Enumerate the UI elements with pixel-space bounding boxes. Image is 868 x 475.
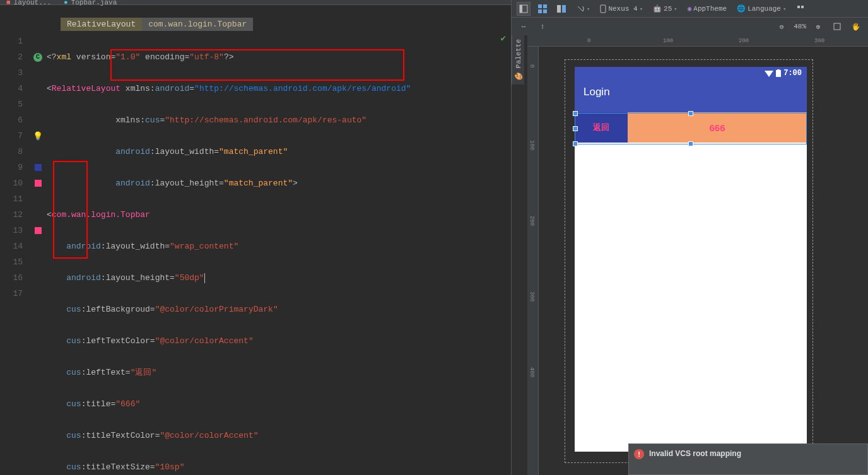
pan-icon[interactable]: 🖐 (849, 20, 863, 33)
line-gutter: 123 456 789 101112 131415 1617 (0, 33, 29, 475)
color-swatch-accent-2 (35, 227, 42, 234)
android-icon: 🤖 (653, 4, 662, 13)
design-view-button[interactable] (517, 2, 531, 16)
preview-topbar[interactable]: 返回 666 (575, 112, 807, 143)
device-dropdown[interactable]: Nexus 4 (597, 3, 645, 15)
gutter-icons: C 💡 (29, 33, 47, 475)
svg-rect-6 (557, 5, 561, 13)
preview-appbar: 7:00 Login (575, 67, 807, 112)
design-area[interactable]: 🎨 Palette 0 100 200 300 0 100 200 300 40… (512, 35, 868, 475)
breadcrumb-root[interactable]: RelativeLayout (61, 18, 142, 31)
wifi-icon (765, 69, 773, 77)
tab-layout[interactable]: ■layout... (0, 0, 57, 8)
svg-rect-4 (538, 9, 542, 13)
status-time: 7:00 (783, 69, 802, 78)
breadcrumb-child[interactable]: com.wan.login.Topbar (142, 18, 253, 31)
text-cursor (204, 273, 205, 283)
design-toolbar: Nexus 4 🤖25 ◉AppTheme 🌐Language (512, 0, 868, 18)
theme-dropdown[interactable]: ◉AppTheme (685, 3, 729, 14)
zoom-in-button[interactable]: ⊕ (811, 20, 825, 33)
preview-topbar-title: 666 (628, 112, 807, 143)
zoom-out-button[interactable]: ⊖ (775, 20, 789, 33)
svg-rect-2 (538, 4, 542, 8)
svg-rect-9 (797, 6, 800, 8)
code-area[interactable]: <?xml version="1.0" encoding="utf-8"?> <… (47, 33, 511, 475)
color-swatch-primary-dark (35, 164, 42, 171)
move-icon[interactable]: ↔ (517, 20, 531, 33)
zoom-label: 48% (794, 23, 806, 30)
preview-app-title: Login (575, 79, 807, 105)
orientation-dropdown[interactable] (573, 3, 592, 15)
svg-rect-12 (776, 70, 781, 77)
xml-editor[interactable]: 123 456 789 101112 131415 1617 C 💡 <?xml… (0, 33, 511, 475)
more-icon[interactable] (794, 2, 807, 16)
svg-rect-11 (834, 23, 840, 30)
api-dropdown[interactable]: 🤖25 (650, 3, 680, 14)
breadcrumb: RelativeLayout com.wan.login.Topbar (61, 18, 511, 31)
fit-button[interactable] (830, 20, 844, 33)
language-dropdown[interactable]: 🌐Language (734, 3, 789, 14)
svg-rect-5 (543, 9, 547, 13)
notification-popup[interactable]: ! Invalid VCS root mapping (628, 443, 868, 475)
design-toolbar-mid: ↔ ↕ ⊖ 48% ⊕ 🖐 (512, 18, 868, 35)
svg-rect-1 (520, 5, 522, 13)
lightbulb-icon[interactable]: 💡 (33, 131, 43, 141)
svg-rect-10 (801, 6, 804, 8)
preview-topbar-left: 返回 (575, 112, 628, 143)
battery-icon (776, 69, 781, 77)
ruler-horizontal: 0 100 200 300 (527, 35, 868, 47)
both-view-button[interactable] (554, 2, 568, 16)
palette-tab[interactable]: 🎨 Palette (512, 35, 524, 85)
notification-title: Invalid VCS root mapping (649, 449, 741, 458)
editor-tabs: ■layout... ●Topbar.java (0, 0, 511, 5)
error-icon: ! (634, 449, 644, 459)
theme-icon: ◉ (688, 4, 692, 13)
tab-topbar[interactable]: ●Topbar.java (57, 0, 123, 8)
globe-icon: 🌐 (737, 4, 746, 13)
color-swatch-accent (35, 180, 42, 187)
layout-canvas[interactable]: 7:00 Login 返回 666 (575, 67, 807, 452)
resize-icon[interactable]: ↕ (536, 20, 549, 33)
palette-icon: 🎨 (515, 73, 522, 81)
ruler-vertical: 0 100 200 300 400 (527, 47, 539, 475)
blueprint-view-button[interactable] (536, 2, 549, 16)
class-icon: C (33, 53, 42, 62)
svg-rect-3 (543, 4, 547, 8)
svg-rect-13 (777, 69, 780, 70)
svg-rect-8 (601, 5, 606, 13)
svg-rect-7 (562, 5, 566, 13)
